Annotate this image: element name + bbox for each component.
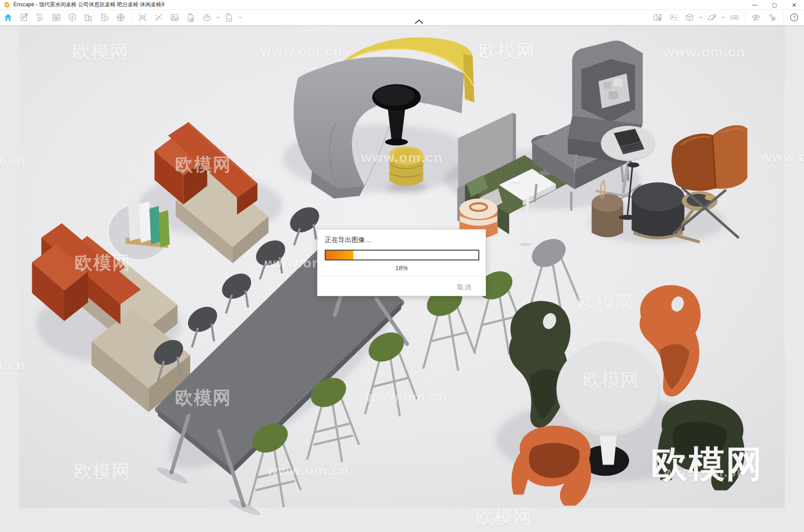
window-title: Enscape - 现代茶水间桌椅 公司休息区桌椅 吧台桌椅 休闲桌椅9 [13,1,164,8]
mini-map-icon[interactable] [652,12,663,23]
progress-percent-label: 18% [318,264,486,272]
building-energy-icon[interactable] [99,12,110,23]
shield-quality-icon[interactable] [67,12,78,23]
toolbar-left-group: BIM [0,12,129,23]
vr-headset-icon[interactable] [729,12,740,23]
svg-text:?: ? [793,15,796,20]
maximize-button[interactable]: ▢ [765,0,784,10]
svg-text:EXE: EXE [227,18,232,21]
video-render-icon[interactable] [115,12,126,23]
asset-image-icon[interactable] [668,12,679,23]
dialog-title: 正在导出图像… [325,236,372,244]
close-button[interactable]: ✕ [784,0,804,10]
collapse-toolbar-chevron-icon[interactable] [414,19,424,25]
visual-settings-icon[interactable] [751,12,762,23]
bim-details-icon[interactable]: BIM [35,12,46,23]
title-bar: Enscape - 现代茶水间桌椅 公司休息区桌椅 吧台桌椅 休闲桌椅9 [0,0,804,10]
window-controls: — ▢ ✕ [745,0,804,10]
buildings-icon[interactable] [83,12,94,23]
render-image-icon[interactable] [169,12,180,23]
exe-export-icon[interactable]: EXE [224,12,234,23]
home-icon[interactable] [3,12,13,23]
fly-mode-wing-icon[interactable] [707,12,717,23]
enscape-window: Enscape - 现代茶水间桌椅 公司休息区桌椅 吧台桌椅 休闲桌椅9 — ▢… [0,0,804,532]
svg-text:BIM: BIM [37,13,42,16]
main-toolbar: BIM [0,10,804,25]
toolbar-divider [783,12,783,23]
exe-dropdown-icon[interactable] [238,12,243,23]
screenshot-frame-icon[interactable] [137,12,148,23]
cancel-button[interactable]: 取消 [454,281,475,293]
fly-dropdown-icon[interactable] [720,12,726,23]
toolbar-capture-group: 360 EXE [134,12,243,23]
objects-dropdown-icon[interactable] [698,12,704,23]
general-settings-icon[interactable] [767,12,778,23]
export-progress-dialog: 正在导出图像… 18% 取消 [317,229,486,296]
magic-enhance-icon[interactable] [153,12,164,23]
window-view-icon[interactable] [51,12,62,23]
toolbar-divider [745,12,745,23]
export-file-icon[interactable] [185,12,196,23]
panorama-dropdown-icon[interactable] [215,12,221,23]
help-icon[interactable]: ? [789,12,800,23]
document-notes-icon[interactable] [19,12,29,23]
toolbar-right-group: ? [649,12,802,23]
svg-text:360: 360 [205,13,209,16]
progress-bar [325,250,479,260]
progress-fill [326,251,353,260]
dialog-divider [318,276,486,276]
toolbar-divider [131,12,132,23]
objects-cube-icon[interactable] [684,12,695,23]
minimize-button[interactable]: — [745,0,765,10]
yellow-pouf [387,146,427,192]
enscape-logo-icon [4,1,10,8]
panorama-360-icon[interactable]: 360 [201,12,212,23]
